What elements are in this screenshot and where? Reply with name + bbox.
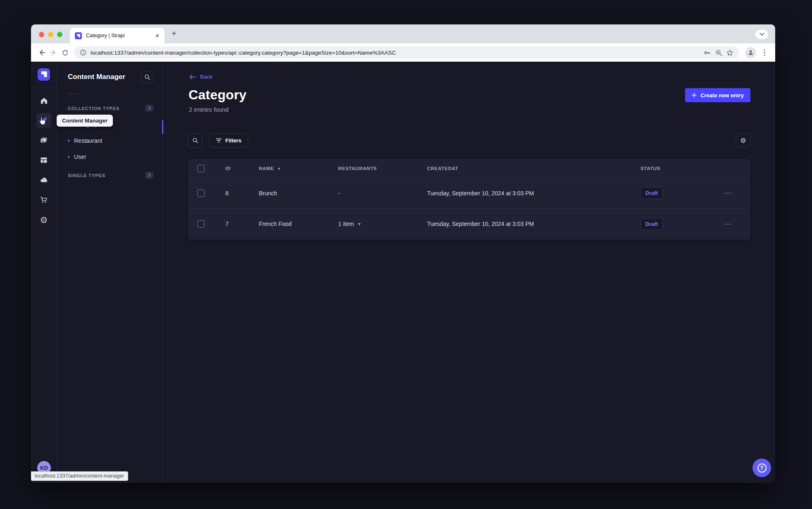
status-bar-link-preview: localhost:1337/admin/content-manager: [31, 471, 128, 481]
zoom-icon[interactable]: [715, 49, 722, 56]
browser-tab[interactable]: Category | Strapi ✕: [70, 28, 165, 43]
url-text[interactable]: localhost:1337/admin/content-manager/col…: [91, 50, 699, 56]
subnav-search-button[interactable]: [141, 71, 153, 83]
entries-table: ID NAME ▲ RESTAURANTS CREATEDAT STATUS 8…: [188, 159, 750, 240]
site-info-icon[interactable]: [80, 49, 86, 56]
collection-types-label: COLLECTION TYPES: [68, 106, 119, 111]
filters-button[interactable]: Filters: [209, 133, 248, 148]
deploy-cloud-icon[interactable]: [36, 173, 51, 187]
back-label: Back: [200, 74, 213, 80]
page-title: Category: [189, 87, 246, 103]
cell-name: Brunch: [259, 190, 338, 197]
window-controls: [39, 32, 62, 37]
select-all-checkbox[interactable]: [197, 165, 205, 172]
media-library-icon[interactable]: [36, 133, 51, 148]
collection-types-section: COLLECTION TYPES 3: [68, 105, 153, 112]
question-mark-icon: ?: [757, 463, 767, 473]
cell-name: French Food: [259, 221, 338, 227]
column-header-restaurants[interactable]: RESTAURANTS: [338, 166, 427, 171]
create-new-entry-label: Create new entry: [700, 92, 744, 98]
strapi-favicon: [75, 32, 82, 39]
subnav-item-label: Restaurant: [74, 137, 102, 144]
browser-window: Category | Strapi ✕ + localhost:1337/adm…: [31, 24, 775, 483]
table-header-row: ID NAME ▲ RESTAURANTS CREATEDAT STATUS: [188, 159, 750, 178]
cell-id: 7: [225, 221, 259, 227]
row-actions-menu[interactable]: ···: [707, 221, 750, 228]
main-content: Back Category 2 entries found Create new…: [163, 62, 775, 483]
status-badge: Draft: [640, 187, 663, 199]
forward-icon[interactable]: [48, 47, 59, 58]
nav-hover-tooltip: Content Manager: [57, 115, 113, 127]
strapi-app: ⚙ KD Content Manager COLLECTION TYPES 3 …: [31, 62, 775, 483]
row-checkbox[interactable]: [197, 190, 205, 197]
strapi-logo[interactable]: [38, 68, 50, 81]
close-tab-icon[interactable]: ✕: [155, 33, 160, 38]
browser-toolbar: localhost:1337/admin/content-manager/col…: [31, 43, 775, 62]
password-key-icon[interactable]: [703, 49, 711, 57]
cell-createdat: Tuesday, September 10, 2024 at 3:03 PM: [427, 190, 640, 197]
subnav-item-label: User: [74, 154, 86, 160]
cell-restaurants-label: 1 item: [338, 221, 354, 227]
url-bar[interactable]: localhost:1337/admin/content-manager/col…: [74, 46, 739, 59]
tab-title: Category | Strapi: [86, 33, 152, 38]
table-row[interactable]: 7 French Food 1 item ▼ Tuesday, Septembe…: [188, 209, 750, 239]
minimize-window-button[interactable]: [48, 32, 53, 37]
filters-label: Filters: [225, 137, 241, 144]
subnav-title: Content Manager: [68, 73, 125, 81]
cell-createdat: Tuesday, September 10, 2024 at 3:03 PM: [427, 221, 640, 227]
row-checkbox[interactable]: [197, 220, 205, 228]
table-row[interactable]: 8 Brunch - Tuesday, September 10, 2024 a…: [188, 178, 750, 209]
home-icon[interactable]: [36, 93, 51, 108]
bookmark-star-icon[interactable]: [726, 49, 733, 56]
browser-profile-avatar[interactable]: [745, 47, 756, 58]
subnav-item-restaurant[interactable]: Restaurant: [68, 137, 153, 144]
cell-restaurants[interactable]: 1 item ▼: [338, 221, 427, 227]
settings-gear-icon[interactable]: ⚙: [36, 212, 51, 227]
close-window-button[interactable]: [39, 32, 44, 37]
collection-types-count-badge: 3: [145, 105, 153, 112]
sort-ascending-icon: ▲: [277, 166, 281, 170]
column-header-name[interactable]: NAME ▲: [259, 166, 338, 171]
mouse-cursor: [38, 117, 47, 128]
cell-restaurants: -: [338, 190, 427, 197]
reload-icon[interactable]: [59, 47, 71, 58]
status-badge: Draft: [640, 218, 663, 230]
content-type-builder-icon[interactable]: [36, 153, 51, 168]
back-link[interactable]: Back: [189, 74, 213, 80]
help-button[interactable]: ?: [752, 459, 771, 477]
tab-search-chevron-icon[interactable]: [755, 30, 768, 39]
single-types-section: SINGLE TYPES 0: [68, 172, 153, 179]
create-new-entry-button[interactable]: Create new entry: [685, 88, 750, 102]
search-button[interactable]: [188, 133, 203, 148]
view-settings-button[interactable]: ⚙: [736, 133, 750, 148]
maximize-window-button[interactable]: [57, 32, 62, 37]
column-header-name-label: NAME: [259, 166, 274, 171]
back-icon[interactable]: [36, 47, 48, 58]
bullet-icon: [68, 140, 69, 142]
single-types-count-badge: 0: [145, 172, 153, 179]
cell-id: 8: [225, 190, 259, 197]
entries-count: 2 entries found: [189, 106, 229, 113]
subnav-divider: [68, 94, 79, 94]
subnav-item-user[interactable]: User: [68, 154, 153, 160]
column-header-id[interactable]: ID: [225, 166, 259, 171]
browser-tabstrip: Category | Strapi ✕ +: [31, 24, 775, 43]
bullet-icon: [68, 156, 69, 158]
browser-menu-icon[interactable]: [759, 47, 770, 58]
chevron-down-icon: ▼: [357, 222, 361, 226]
column-header-createdat[interactable]: CREATEDAT: [427, 166, 640, 171]
column-header-status[interactable]: STATUS: [640, 166, 707, 171]
new-tab-button[interactable]: +: [172, 29, 177, 38]
sidebar-divider: [31, 87, 57, 88]
row-actions-menu[interactable]: ···: [707, 190, 750, 197]
single-types-label: SINGLE TYPES: [68, 173, 105, 178]
marketplace-cart-icon[interactable]: [36, 192, 51, 207]
